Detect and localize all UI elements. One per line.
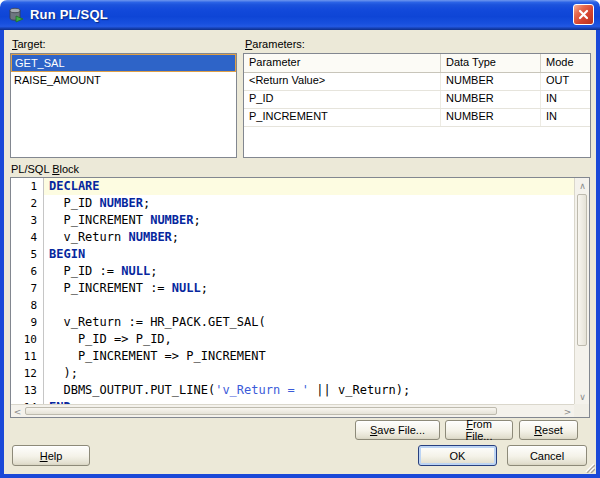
line-number: 7 bbox=[11, 280, 44, 297]
scroll-right-button[interactable]: > bbox=[561, 405, 574, 418]
table-cell: P_ID bbox=[244, 91, 441, 108]
window-title: Run PL/SQL bbox=[30, 7, 108, 22]
chevron-down-icon: ∨ bbox=[579, 392, 586, 402]
target-list-item[interactable]: RAISE_AMOUNT bbox=[11, 72, 236, 90]
table-cell: P_INCREMENT bbox=[244, 109, 441, 126]
from-file-button[interactable]: From File... bbox=[445, 420, 513, 440]
code-line: 11 P_INCREMENT => P_INCREMENT bbox=[11, 348, 574, 365]
table-row[interactable]: <Return Value>NUMBEROUT bbox=[244, 73, 590, 91]
close-icon bbox=[578, 9, 589, 20]
code-line: 3 P_INCREMENT NUMBER; bbox=[11, 212, 574, 229]
parameters-table-body: <Return Value>NUMBEROUTP_IDNUMBERINP_INC… bbox=[244, 73, 590, 127]
code-line: 12 ); bbox=[11, 365, 574, 382]
scroll-left-button[interactable]: < bbox=[11, 405, 24, 418]
target-list[interactable]: GET_SALRAISE_AMOUNT bbox=[10, 53, 237, 158]
parameters-table-header: Parameter Data Type Mode bbox=[244, 54, 590, 73]
ok-button[interactable]: OK bbox=[418, 445, 497, 466]
close-button[interactable] bbox=[573, 4, 594, 25]
line-number: 6 bbox=[11, 263, 44, 280]
code-line: 8 bbox=[11, 297, 574, 314]
chevron-up-icon: ∧ bbox=[579, 181, 586, 191]
code-line: 5BEGIN bbox=[11, 246, 574, 263]
column-header-mode[interactable]: Mode bbox=[541, 54, 590, 72]
table-cell: NUMBER bbox=[441, 91, 541, 108]
line-number: 2 bbox=[11, 195, 44, 212]
code-line: 10 P_ID => P_ID, bbox=[11, 331, 574, 348]
database-run-icon bbox=[7, 6, 25, 24]
help-button[interactable]: Help bbox=[12, 445, 90, 466]
table-cell: IN bbox=[541, 91, 590, 108]
cancel-button[interactable]: Cancel bbox=[507, 445, 587, 466]
scrollbar-corner bbox=[574, 404, 589, 417]
table-cell: NUMBER bbox=[441, 109, 541, 126]
target-label: Target: bbox=[12, 38, 46, 50]
chevron-right-icon: > bbox=[564, 407, 572, 417]
target-list-item[interactable]: GET_SAL bbox=[11, 54, 236, 72]
code-line: 13 DBMS_OUTPUT.PUT_LINE('v_Return = ' ||… bbox=[11, 382, 574, 399]
code-line: 6 P_ID := NULL; bbox=[11, 263, 574, 280]
line-number: 1 bbox=[11, 178, 44, 195]
title-bar[interactable]: Run PL/SQL bbox=[0, 0, 600, 30]
column-header-parameter[interactable]: Parameter bbox=[244, 54, 441, 72]
chevron-left-icon: < bbox=[14, 407, 22, 417]
line-number: 8 bbox=[11, 297, 44, 314]
horizontal-scroll-thumb[interactable] bbox=[25, 407, 497, 415]
resize-grip-icon[interactable] bbox=[582, 460, 595, 473]
line-number: 5 bbox=[11, 246, 44, 263]
column-header-data-type[interactable]: Data Type bbox=[441, 54, 541, 72]
vertical-scrollbar[interactable]: ∧ ∨ bbox=[574, 178, 589, 404]
scroll-up-button[interactable]: ∧ bbox=[575, 178, 590, 193]
parameters-table: Parameter Data Type Mode <Return Value>N… bbox=[243, 53, 591, 158]
plsql-block-label: PL/SQL Block bbox=[11, 163, 79, 175]
code-line: 2 P_ID NUMBER; bbox=[11, 195, 574, 212]
line-number: 3 bbox=[11, 212, 44, 229]
line-number: 9 bbox=[11, 314, 44, 331]
save-file-button[interactable]: Save File... bbox=[355, 420, 440, 440]
plsql-code-editor[interactable]: 1DECLARE2 P_ID NUMBER;3 P_INCREMENT NUMB… bbox=[10, 177, 590, 418]
code-line: 4 v_Return NUMBER; bbox=[11, 229, 574, 246]
line-number: 11 bbox=[11, 348, 44, 365]
table-cell: OUT bbox=[541, 73, 590, 90]
table-cell: <Return Value> bbox=[244, 73, 441, 90]
line-number: 13 bbox=[11, 382, 44, 399]
table-cell: IN bbox=[541, 109, 590, 126]
code-line: 1DECLARE bbox=[11, 178, 574, 195]
code-line: 9 v_Return := HR_PACK.GET_SAL( bbox=[11, 314, 574, 331]
vertical-scroll-thumb[interactable] bbox=[577, 194, 587, 346]
table-cell: NUMBER bbox=[441, 73, 541, 90]
scroll-down-button[interactable]: ∨ bbox=[575, 389, 590, 404]
code-line: 7 P_INCREMENT := NULL; bbox=[11, 280, 574, 297]
line-number: 12 bbox=[11, 365, 44, 382]
parameters-label: Parameters: bbox=[245, 38, 305, 50]
table-row[interactable]: P_IDNUMBERIN bbox=[244, 91, 590, 109]
code-lines[interactable]: 1DECLARE2 P_ID NUMBER;3 P_INCREMENT NUMB… bbox=[11, 178, 574, 404]
line-number: 4 bbox=[11, 229, 44, 246]
horizontal-scrollbar[interactable]: < > bbox=[11, 404, 574, 417]
reset-button[interactable]: Reset bbox=[519, 420, 578, 440]
line-number: 10 bbox=[11, 331, 44, 348]
table-row[interactable]: P_INCREMENTNUMBERIN bbox=[244, 109, 590, 127]
